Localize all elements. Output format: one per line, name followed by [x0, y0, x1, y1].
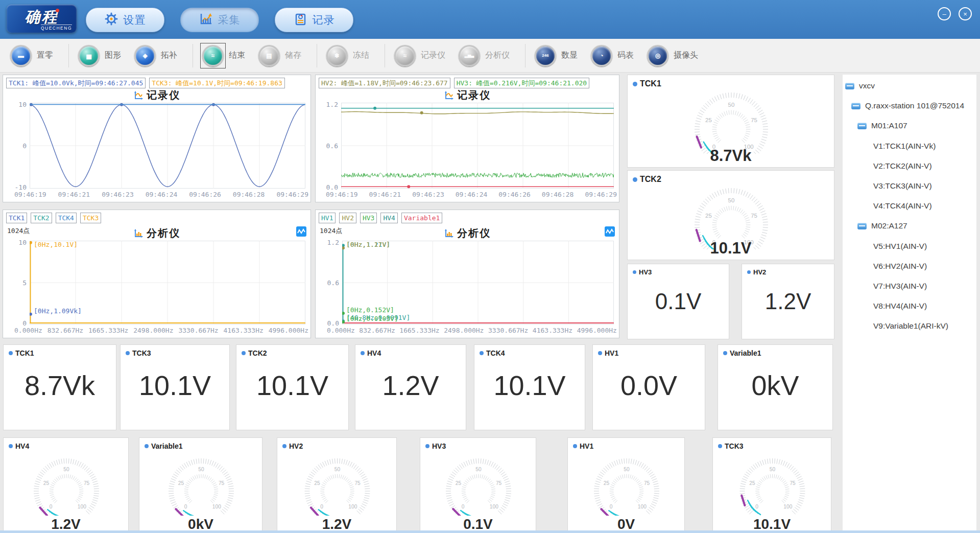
x-tick-label: 1665.333Hz	[399, 327, 439, 334]
x-tick-label: 09:46:21	[58, 191, 90, 198]
legend-chip-Variable1[interactable]: Variable1	[401, 213, 442, 223]
digital-tile-value: 0.0V	[593, 369, 705, 401]
nav-button-record[interactable]: 记录	[275, 8, 353, 32]
digital-tile-label-text: TCK1	[15, 349, 34, 357]
zero-icon: ▬	[10, 45, 32, 66]
svg-text:50: 50	[198, 467, 204, 472]
chart-title: 分析仪	[316, 226, 619, 240]
legend-chip-TCK4[interactable]: TCK4	[56, 213, 77, 223]
y-tick-label: 1.2	[319, 239, 339, 246]
tree-node-V2-TCK2-AIN-V-[interactable]: V2:TCK2(AIN-V)	[873, 160, 932, 172]
toolbar-item-dial[interactable]: ◔码表	[591, 45, 634, 66]
tree-node-M02-A127[interactable]: M02:A127	[857, 220, 907, 232]
freeze-icon: ❄	[326, 45, 348, 66]
legend-chip-HV1[interactable]: HV1	[319, 213, 336, 223]
x-tick-label: 09:46:29	[276, 191, 308, 198]
legend-chip-TCK3[interactable]: TCK3: 峰值=10.1V,时间=09:46:19.863	[149, 78, 285, 88]
tree-collapse-icon[interactable]	[851, 103, 861, 109]
toolbar-item-analyzer[interactable]: ▂▅▃分析仪	[459, 45, 510, 66]
bottom-gauge-label-text: Variable1	[151, 442, 183, 450]
svg-text:25: 25	[604, 480, 610, 486]
legend-chip-TCK1[interactable]: TCK1	[6, 213, 27, 223]
legend-chip-HV2[interactable]: HV2: 峰值=1.18V,时间=09:46:23.677	[319, 78, 450, 88]
toolbar-item-topology[interactable]: ◈拓补	[134, 45, 177, 66]
gauge-wrap: 0255075100	[4, 450, 128, 518]
svg-text:0: 0	[755, 504, 758, 509]
legend-chip-TCK3[interactable]: TCK3	[80, 213, 101, 223]
toolbar-item-label: 拓补	[161, 50, 177, 61]
digital-tile-title: TCK4	[480, 349, 505, 357]
legend-chip-HV3[interactable]: HV3: 峰值=0.216V,时间=09:46:21.020	[454, 78, 590, 88]
plot-toggle-checkbox[interactable]	[605, 226, 615, 237]
close-button[interactable]: ×	[959, 7, 972, 20]
x-tick-label: 09:46:24	[456, 191, 488, 198]
channel-dot-icon	[126, 351, 130, 355]
camera-icon: ◎	[647, 45, 668, 66]
toolbar-item-camera[interactable]: ◎摄像头	[647, 45, 698, 66]
tree-node-label: M02:A127	[871, 221, 907, 230]
nav-button-settings[interactable]: 设置	[86, 8, 164, 32]
channel-dot-icon	[747, 270, 751, 274]
legend-chip-HV2[interactable]: HV2	[339, 213, 356, 223]
wave-check-icon	[605, 226, 615, 237]
tree-collapse-icon[interactable]	[845, 83, 854, 89]
digital-tile-label-text: TCK2	[248, 349, 267, 357]
tree-collapse-icon[interactable]	[857, 223, 867, 229]
tree-collapse-icon[interactable]	[857, 123, 867, 129]
svg-text:0: 0	[184, 504, 187, 509]
toolbar-glyph: ▂▅▃	[465, 53, 474, 58]
toolbar-item-label: 数显	[561, 50, 578, 61]
x-tick-label: 09:46:23	[412, 191, 444, 198]
x-tick-label: 832.667Hz	[47, 327, 83, 334]
tree-node-V3-TCK3-AIN-V-[interactable]: V3:TCK3(AIN-V)	[873, 180, 932, 192]
legend-chip-TCK2[interactable]: TCK2	[31, 213, 52, 223]
svg-text:50: 50	[624, 467, 630, 472]
toolbar-item-freeze[interactable]: ❄冻结	[326, 45, 369, 66]
toolbar-item-recorder[interactable]: ≈记录仪	[394, 45, 445, 66]
svg-text:50: 50	[475, 467, 482, 472]
tree-node-V5-HV1-AIN-V-[interactable]: V5:HV1(AIN-V)	[873, 240, 927, 252]
tree-node-M01-A107[interactable]: M01:A107	[857, 120, 907, 132]
tree-node-V1-TCK1-AIN-Vk-[interactable]: V1:TCK1(AIN-Vk)	[873, 140, 936, 152]
toolbar-item-zero[interactable]: ▬置零	[10, 45, 53, 66]
value-tile-title: HV3	[633, 268, 652, 276]
toolbar-divider	[317, 44, 317, 67]
toolbar-item-graph[interactable]: ▅图形	[78, 45, 121, 66]
nav-button-collect[interactable]: 采集	[180, 8, 259, 32]
digital-tile-title: HV1	[598, 349, 618, 357]
annotation-label: [0Hz,0.0103V]	[346, 315, 398, 322]
bottom-gauge-title: TCK3	[718, 442, 744, 450]
y-tick-label: 1.2	[318, 101, 338, 108]
toolbar-item-label: 摄像头	[674, 50, 698, 61]
tree-node-vxcv[interactable]: vxcv	[845, 80, 875, 92]
x-tick-label: 3330.667Hz	[178, 327, 218, 334]
svg-text:0: 0	[50, 504, 53, 509]
tree-node-label: V8:HV4(AIN-V)	[873, 302, 927, 311]
legend-chip-HV3[interactable]: HV3	[360, 213, 377, 223]
toolbar-item-finish[interactable]: ≈结束	[202, 45, 245, 66]
svg-text:0: 0	[320, 504, 323, 509]
legend-chip-HV4[interactable]: HV4	[380, 213, 397, 223]
tree-node-V8-HV4-AIN-V-[interactable]: V8:HV4(AIN-V)	[873, 300, 927, 312]
digital-tile-Variable1: Variable10kV	[718, 344, 833, 430]
gauge-card-TCK1: TCK102550751008.7Vk	[627, 75, 834, 168]
tree-node-Q-raxx-station-101-752014[interactable]: Q.raxx-station 101@752014	[851, 100, 964, 112]
gauge-dial: 0255075100	[4, 450, 129, 516]
tree-node-V6-HV2-AIN-V-[interactable]: V6:HV2(AIN-V)	[873, 260, 927, 272]
tree-node-V7-HV3-AIN-V-[interactable]: V7:HV3(AIN-V)	[873, 280, 927, 292]
minimize-button[interactable]: –	[938, 7, 951, 20]
tree-node-V9-Variable1-ARI-kV-[interactable]: V9:Variable1(ARI-kV)	[873, 320, 948, 332]
legend-chip-TCK1[interactable]: TCK1: 峰值=10.0Vk,时间=09:46:27.045	[6, 78, 146, 88]
x-tick-label: 0.000Hz	[327, 327, 355, 334]
toolbar-divider	[385, 44, 385, 67]
legend-chip-row: HV2: 峰值=1.18V,时间=09:46:23.677HV3: 峰值=0.2…	[319, 78, 589, 88]
rec2-chart	[341, 103, 614, 189]
annotation-label: [0Hz,0.152V]	[346, 306, 394, 314]
x-axis-ticks: 0.000Hz832.667Hz1665.333Hz2498.000Hz3330…	[14, 327, 308, 334]
plot-toggle-checkbox[interactable]	[296, 226, 306, 237]
tree-node-V4-TCK4-AIN-V-[interactable]: V4:TCK4(AIN-V)	[873, 200, 932, 212]
toolbar-item-store[interactable]: ▤储存	[258, 45, 301, 66]
toolbar-item-digital[interactable]: 246数显	[535, 45, 578, 66]
svg-text:75: 75	[751, 213, 757, 219]
main-nav: 设置采集记录	[86, 8, 353, 32]
